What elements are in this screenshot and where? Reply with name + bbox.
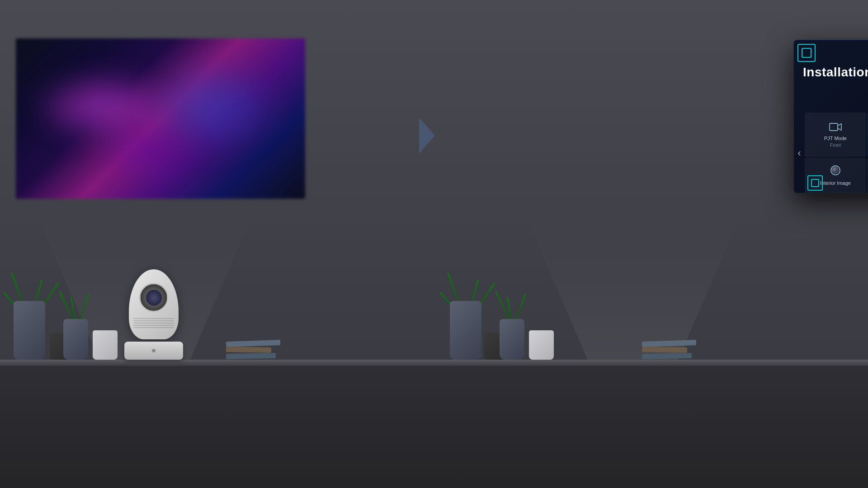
- mug-right: [529, 330, 554, 360]
- interior-image-title: Interior Image: [820, 180, 851, 186]
- pjt-mode-sub: Front: [830, 143, 840, 148]
- vase-left-2: [63, 319, 88, 360]
- logo-corner-bl: [807, 175, 823, 191]
- svg-marker-1: [838, 124, 841, 130]
- video-camera-icon: [829, 122, 842, 134]
- books-right: [642, 341, 696, 360]
- menu-item-interior-image[interactable]: Interior Image: [805, 158, 866, 193]
- circle-gradient-icon: [829, 164, 842, 178]
- svg-point-47: [831, 166, 840, 175]
- projection-arrow: [419, 117, 435, 154]
- right-shelf-bottom: [434, 366, 868, 488]
- right-shelf: [434, 360, 868, 366]
- modal-title: Installation Wizard: [803, 65, 868, 80]
- books-left: [226, 341, 280, 360]
- left-projection: [16, 38, 305, 199]
- vase-right-1: [450, 301, 481, 360]
- nav-arrow-left[interactable]: ‹: [795, 113, 804, 193]
- left-scene: [0, 0, 434, 488]
- menu-grid: ‹ PJT Mode Front: [794, 112, 868, 193]
- menu-item-pjt-mode[interactable]: PJT Mode Front: [805, 113, 866, 157]
- vase-left-1: [14, 301, 45, 360]
- vase-right-2: [500, 319, 524, 360]
- mug-left: [93, 330, 118, 360]
- pjt-mode-title: PJT Mode: [824, 136, 847, 141]
- projector-left: [122, 269, 185, 360]
- left-shelf-bottom: [0, 366, 434, 488]
- right-scene: Installation Wizard ‹ PJT Mode Front: [434, 0, 868, 488]
- modal-logo-inner: [802, 48, 811, 58]
- left-shelf: [0, 360, 434, 366]
- installation-wizard-modal: Installation Wizard ‹ PJT Mode Front: [793, 40, 868, 193]
- modal-logo-corner-tl: [797, 44, 816, 62]
- svg-rect-0: [830, 123, 838, 131]
